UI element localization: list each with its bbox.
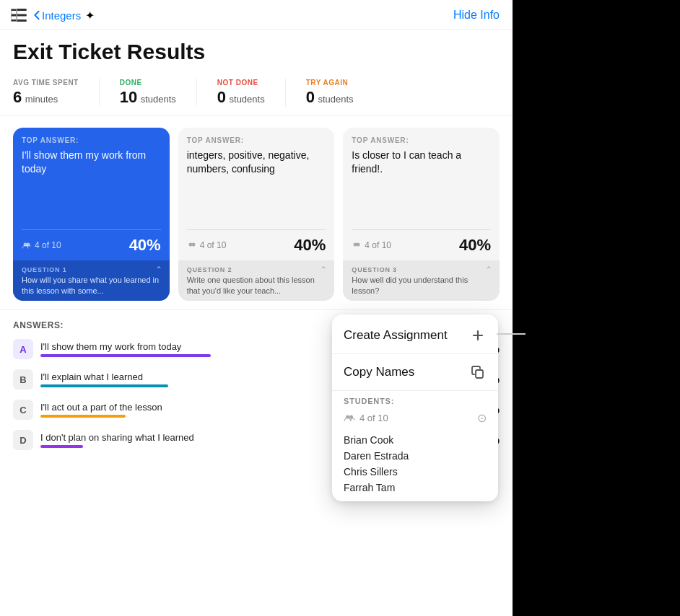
chevron-up-icon-3: ⌃ [485, 265, 492, 275]
student-name-1: Daren Estrada [344, 448, 487, 464]
stat-try-again-label: TRY AGAIN [306, 79, 354, 87]
stat-not-done-value: 0 students [217, 88, 265, 107]
copy-names-menu-item[interactable]: Copy Names [332, 354, 498, 390]
create-assignment-menu-item[interactable]: Create Assignment [332, 317, 498, 353]
sparkle-icon: ✦ [85, 9, 95, 22]
student-name-2: Chris Sillers [344, 464, 487, 480]
question-card-3[interactable]: TOP ANSWER: Is closer to I can teach a f… [343, 128, 500, 301]
card-bottom-1: QUESTION 1 How will you share what you l… [13, 260, 170, 301]
hide-info-button[interactable]: Hide Info [453, 9, 500, 22]
top-answer-text-2: integers, positive, negative, numbers, c… [187, 149, 326, 176]
stats-row: AVG TIME SPENT 6 minutes DONE 10 student… [0, 71, 513, 116]
sidebar-toggle-button[interactable] [9, 7, 29, 23]
copy-icon [469, 364, 487, 381]
students-label: STUDENTS: [344, 397, 487, 405]
students-count-row: 4 of 10 ⊙ [344, 411, 487, 425]
students-area: STUDENTS: 4 of 10 ⊙ Brian Cook Daren Est… [332, 390, 498, 498]
answer-bar-d [40, 445, 83, 448]
answer-letter-a: A [13, 339, 33, 359]
page-title-area: Exit Ticket Results [0, 30, 513, 71]
top-answer-label-2: TOP ANSWER: [187, 136, 326, 144]
header-left: Integers ✦ [9, 7, 95, 23]
card-wrapper-1: TOP ANSWER: I'll show them my work from … [13, 128, 170, 301]
stat-avg-time-label: AVG TIME SPENT [13, 79, 79, 87]
page-title: Exit Ticket Results [13, 40, 500, 64]
answer-letter-d: D [13, 430, 33, 450]
card-wrapper-3: TOP ANSWER: Is closer to I can teach a f… [343, 128, 500, 301]
card-stat-row-3: 4 of 10 40% [343, 230, 500, 260]
copy-names-label: Copy Names [344, 365, 414, 379]
card-bottom-2: QUESTION 2 Write one question about this… [178, 260, 335, 301]
answer-bar-a [40, 354, 211, 357]
top-answer-label-1: TOP ANSWER: [22, 136, 161, 144]
student-name-0: Brian Cook [344, 432, 487, 448]
card-bottom-3: QUESTION 3 How well did you understand t… [343, 260, 500, 301]
answer-letter-b: B [13, 369, 33, 390]
back-button[interactable]: Integers [33, 9, 81, 22]
card-top-2: TOP ANSWER: integers, positive, negative… [178, 128, 335, 229]
top-answer-text-1: I'll show them my work from today [22, 149, 161, 176]
stat-done-value: 10 students [120, 88, 176, 107]
card-student-count-1: 4 of 10 [22, 240, 61, 250]
student-name-3: Farrah Tam [344, 480, 487, 496]
card-top-3: TOP ANSWER: Is closer to I can teach a f… [343, 128, 500, 229]
card-student-count-3: 4 of 10 [352, 240, 391, 250]
top-answer-text-3: Is closer to I can teach a friend!. [352, 149, 491, 176]
card-stat-row-2: 4 of 10 40% [178, 230, 335, 260]
stat-try-again: TRY AGAIN 0 students [306, 79, 374, 107]
chevron-up-icon-1: ⌃ [155, 265, 162, 275]
students-count: 4 of 10 [359, 413, 388, 423]
top-answer-label-3: TOP ANSWER: [352, 136, 491, 144]
svg-point-7 [191, 243, 195, 247]
answer-bar-c [40, 415, 126, 418]
main-panel: Integers ✦ Hide Info Exit Ticket Results… [0, 0, 513, 616]
svg-rect-1 [11, 14, 27, 17]
stat-try-again-value: 0 students [306, 88, 354, 107]
chevron-up-icon-2: ⌃ [320, 265, 327, 275]
question-card-1[interactable]: TOP ANSWER: I'll show them my work from … [13, 128, 170, 301]
answer-letter-c: C [13, 400, 33, 420]
popup-connector-line [497, 333, 526, 335]
stat-done: DONE 10 students [120, 79, 197, 107]
breadcrumb-title: Integers [42, 9, 81, 22]
stat-not-done: NOT DONE 0 students [217, 79, 286, 107]
question-card-2[interactable]: TOP ANSWER: integers, positive, negative… [178, 128, 335, 301]
svg-rect-10 [476, 370, 483, 378]
popup-menu: Create Assignment Copy Names STUDENTS: [332, 314, 498, 501]
answer-bar-b [40, 384, 168, 387]
stat-avg-time: AVG TIME SPENT 6 minutes [13, 79, 100, 107]
card-top-1: TOP ANSWER: I'll show them my work from … [13, 128, 170, 229]
plus-icon [469, 327, 487, 344]
header: Integers ✦ Hide Info [0, 0, 513, 30]
card-wrapper-2: TOP ANSWER: integers, positive, negative… [178, 128, 335, 301]
card-student-count-2: 4 of 10 [187, 240, 227, 250]
stat-not-done-label: NOT DONE [217, 79, 265, 87]
stat-avg-time-value: 6 minutes [13, 88, 79, 107]
cards-area: TOP ANSWER: I'll show them my work from … [0, 116, 513, 310]
svg-point-9 [357, 243, 360, 247]
circle-check-icon: ⊙ [477, 411, 487, 425]
stat-done-label: DONE [120, 79, 176, 87]
create-assignment-label: Create Assignment [344, 328, 448, 343]
card-stat-row-1: 4 of 10 40% [13, 230, 170, 260]
